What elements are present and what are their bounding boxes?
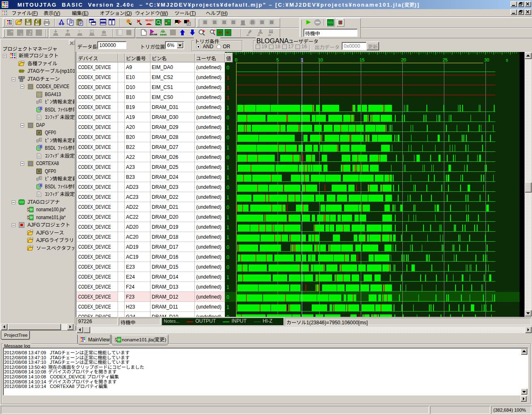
svg-text:0: 0 xyxy=(227,254,229,260)
svg-text:J: J xyxy=(339,20,342,25)
svg-text:1: 1 xyxy=(227,75,229,81)
svg-text:0: 0 xyxy=(227,205,229,210)
svg-text:25: 25 xyxy=(443,57,448,62)
svg-text:1: 1 xyxy=(301,58,303,62)
svg-text:1: 1 xyxy=(227,125,229,131)
svg-text:?: ? xyxy=(78,30,80,34)
svg-text:1: 1 xyxy=(227,304,229,310)
svg-text:0: 0 xyxy=(227,135,229,141)
svg-text:B: B xyxy=(40,184,42,187)
svg-text:1: 1 xyxy=(227,145,229,151)
svg-text:10: 10 xyxy=(318,57,323,62)
svg-text:H: H xyxy=(11,30,12,33)
svg-text:0: 0 xyxy=(227,294,229,300)
svg-text:2: 2 xyxy=(91,30,93,34)
svg-text:0: 0 xyxy=(235,57,237,62)
svg-text:0: 0 xyxy=(227,185,229,190)
svg-text:1: 1 xyxy=(227,195,229,200)
svg-text:1: 1 xyxy=(227,215,229,220)
svg-text:in: in xyxy=(29,33,31,35)
svg-text:RESET: RESET xyxy=(145,19,154,22)
svg-text:1: 1 xyxy=(227,165,229,170)
svg-text:1: 1 xyxy=(227,274,229,280)
svg-text:1: 1 xyxy=(227,105,229,111)
svg-text:20: 20 xyxy=(401,57,406,62)
svg-text:1: 1 xyxy=(227,235,229,240)
svg-text:0: 0 xyxy=(227,264,229,270)
svg-text:15: 15 xyxy=(360,57,365,62)
svg-text:B: B xyxy=(40,107,42,110)
svg-text:0: 0 xyxy=(227,115,229,121)
svg-text:30: 30 xyxy=(484,57,489,62)
svg-text:5: 5 xyxy=(276,57,279,62)
svg-text:0: 0 xyxy=(227,245,229,250)
svg-text:1: 1 xyxy=(227,225,229,230)
svg-text:0: 0 xyxy=(227,155,229,161)
svg-text:1: 1 xyxy=(227,284,229,290)
svg-text:B: B xyxy=(40,145,42,148)
svg-text:1: 1 xyxy=(227,95,229,101)
svg-text:BRAM: BRAM xyxy=(150,33,157,36)
svg-text:1: 1 xyxy=(227,85,229,91)
svg-text:1: 1 xyxy=(227,175,229,180)
svg-text:0: 0 xyxy=(227,65,229,71)
svg-text:s: s xyxy=(506,57,508,62)
